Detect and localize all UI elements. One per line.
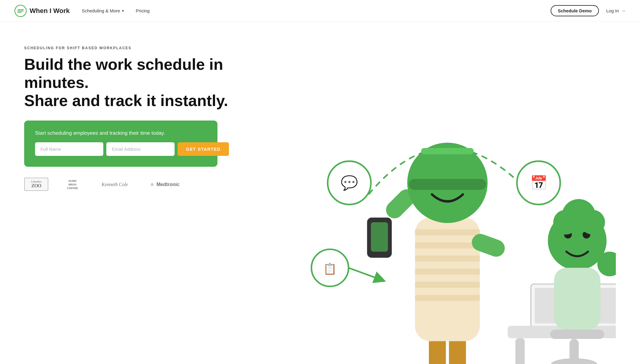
svg-text:❊: ❊ [150, 182, 154, 187]
get-started-button[interactable]: GET STARTED [178, 142, 229, 156]
login-label: Log In [606, 8, 619, 13]
full-name-input[interactable] [35, 142, 103, 156]
svg-rect-55 [554, 268, 600, 330]
hero-illustration-container: 💬 📅 📋 [230, 40, 616, 364]
svg-text:ZOO: ZOO [31, 183, 41, 188]
schedule-demo-button[interactable]: Schedule Demo [551, 5, 599, 16]
navbar: When I Work Scheduling & More ▾ Pricing … [0, 0, 640, 22]
scheduling-label: Scheduling & More [82, 8, 120, 13]
svg-text:📋: 📋 [323, 262, 337, 275]
svg-point-53 [553, 210, 578, 235]
svg-text:💬: 💬 [341, 175, 358, 191]
svg-text:BROS: BROS [69, 183, 76, 186]
email-input[interactable] [106, 142, 175, 156]
logo-dunn-bros: DUNN BROS COFFEE [60, 178, 85, 191]
svg-line-19 [349, 268, 380, 279]
svg-text:DUNN: DUNN [69, 179, 76, 182]
hero-left: SCHEDULING FOR SHIFT BASED WORKPLACES Bu… [24, 40, 230, 191]
svg-rect-26 [415, 229, 480, 235]
nav-right: Schedule Demo Log In → [551, 5, 626, 16]
nav-scheduling[interactable]: Scheduling & More ▾ [82, 8, 124, 13]
svg-text:Kenneth Cole: Kenneth Cole [101, 182, 128, 187]
hero-form: GET STARTED [35, 142, 207, 156]
svg-point-54 [580, 210, 605, 235]
svg-rect-27 [415, 242, 480, 248]
hero-eyebrow: SCHEDULING FOR SHIFT BASED WORKPLACES [24, 46, 230, 50]
nav-left: When I Work Scheduling & More ▾ Pricing [14, 5, 150, 17]
svg-rect-31 [415, 295, 480, 301]
logo-text: When I Work [30, 7, 70, 15]
logo-kenneth-cole: Kenneth Cole [97, 178, 133, 191]
svg-point-59 [551, 358, 597, 364]
hero-headline-line1: Build the work schedule in minutes. [24, 56, 223, 91]
logo[interactable]: When I Work [14, 5, 70, 17]
svg-rect-40 [409, 179, 486, 190]
svg-text:Columbus: Columbus [31, 180, 41, 183]
hero-card-text: Start scheduling employees and tracking … [35, 130, 207, 136]
svg-rect-25 [415, 217, 480, 341]
svg-rect-28 [415, 256, 480, 262]
nav-pricing[interactable]: Pricing [136, 8, 150, 13]
svg-text:COFFEE: COFFEE [67, 187, 78, 190]
logo-columbus-zoo: Columbus ZOO [24, 178, 48, 191]
svg-rect-35 [371, 222, 388, 252]
partner-logos: Columbus ZOO DUNN BROS COFFEE Kenneth Co… [24, 178, 230, 191]
hero-headline: Build the work schedule in minutes. Shar… [24, 56, 230, 110]
svg-rect-29 [415, 269, 480, 275]
hero-headline-line2: Share and track it instantly. [24, 92, 228, 109]
svg-text:📅: 📅 [530, 175, 548, 191]
pricing-label: Pricing [136, 8, 150, 13]
hero-signup-card: Start scheduling employees and tracking … [24, 121, 217, 167]
svg-rect-41 [421, 148, 474, 154]
login-link[interactable]: Log In → [606, 8, 626, 13]
svg-rect-57 [550, 330, 604, 339]
logo-medtronic: ❊ Medtronic [145, 178, 181, 191]
svg-text:Medtronic: Medtronic [156, 182, 180, 187]
arrow-icon: → [621, 8, 626, 13]
hero-illustration: 💬 📅 📋 [230, 40, 616, 364]
svg-rect-43 [515, 338, 525, 364]
chevron-down-icon: ▾ [122, 9, 124, 13]
logo-icon [14, 5, 27, 17]
svg-rect-30 [415, 282, 480, 288]
hero-section: SCHEDULING FOR SHIFT BASED WORKPLACES Bu… [0, 22, 640, 364]
